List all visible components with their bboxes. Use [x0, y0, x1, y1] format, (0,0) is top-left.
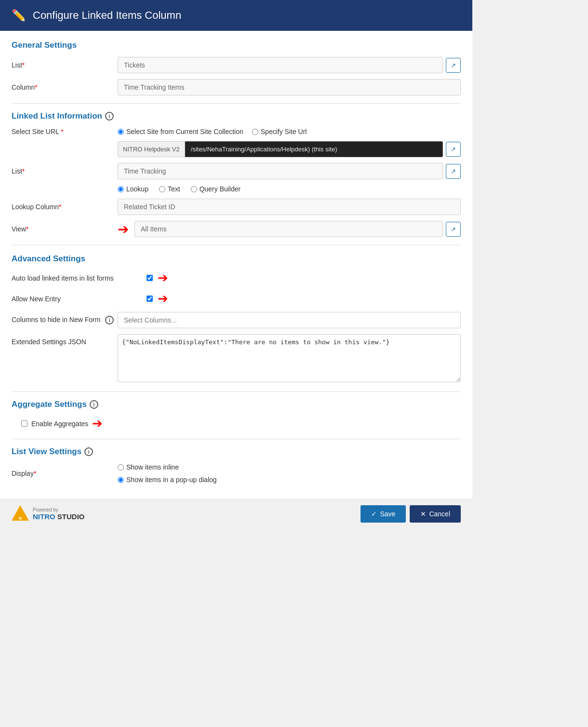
checkmark-icon: ✓ [371, 510, 377, 518]
radio-inline[interactable]: Show items inline [118, 463, 179, 471]
extended-settings-control: {"NoLinkedItemsDisplayText":"There are n… [118, 334, 461, 384]
list-view-info-icon: i [84, 447, 93, 456]
linked-list-info-icon: i [105, 112, 114, 121]
radio-lookup[interactable]: Lookup [118, 185, 148, 193]
radio-current-site[interactable]: Select Site from Current Site Collection [118, 128, 243, 135]
column-control: Time Tracking Items [118, 79, 461, 95]
allow-new-entry-area: ➔ [147, 291, 172, 306]
enable-aggregates-checkbox[interactable] [21, 420, 27, 427]
columns-hide-input[interactable] [118, 312, 461, 328]
extended-settings-label: Extended Settings JSON [12, 334, 118, 346]
radio-popup-input[interactable] [118, 477, 124, 483]
list-view-settings-title: List View Settings [12, 447, 81, 457]
linked-list-row: List* Time Tracking ↗ [12, 163, 461, 179]
nitro-brand-suffix: STUDIO [55, 512, 85, 521]
linked-list-control: Time Tracking ↗ [118, 163, 461, 179]
footer-buttons: ✓ Save ✕ Cancel [361, 505, 461, 523]
radio-specify-url[interactable]: Specify Site Url [252, 128, 307, 135]
divider-1 [12, 103, 461, 104]
radio-current-site-input[interactable] [118, 129, 124, 135]
site-name-label: NITRO Helpdesk V2 [118, 141, 185, 157]
list-select-wrapper: Tickets ↗ [118, 57, 461, 73]
column-select[interactable]: Time Tracking Items [118, 79, 461, 95]
aggregate-settings-title: Aggregate Settings [12, 400, 87, 409]
divider-3 [12, 391, 461, 392]
select-site-url-row: Select Site URL * Select Site from Curre… [12, 128, 461, 135]
linked-list-select-wrapper: Time Tracking ↗ [118, 163, 461, 179]
site-select-wrapper: NITRO Helpdesk V2 /sites/NehaTraining/Ap… [118, 141, 461, 157]
nitro-triangle-text: N [19, 516, 22, 521]
radio-lookup-input[interactable] [118, 186, 124, 192]
columns-hide-label: Columns to hide in New Form i [12, 316, 118, 324]
pencil-icon: ✏️ [12, 9, 26, 22]
divider-2 [12, 245, 461, 245]
linked-list-label: List* [12, 167, 118, 175]
extended-settings-row: Extended Settings JSON {"NoLinkedItemsDi… [12, 334, 461, 384]
radio-specify-url-input[interactable] [252, 129, 258, 135]
auto-load-arrow: ➔ [158, 270, 168, 285]
nitro-text-block: Powered by NITRO STUDIO [33, 507, 85, 521]
radio-query-builder-input[interactable] [191, 186, 197, 192]
enable-aggregates-row: Enable Aggregates ➔ [12, 416, 461, 431]
general-settings-title: General Settings [12, 40, 461, 50]
column-row: Column* Time Tracking Items [12, 79, 461, 95]
list-label: List* [12, 61, 118, 69]
lookup-radio-row: Lookup Text Query Builder [118, 185, 461, 193]
columns-hide-info-icon: i [105, 316, 114, 324]
site-url-radio-group: Select Site from Current Site Collection… [118, 128, 461, 135]
allow-new-entry-label: Allow New Entry [12, 295, 147, 303]
list-select[interactable]: Tickets [118, 57, 443, 73]
radio-inline-input[interactable] [118, 464, 124, 471]
view-row-wrapper: View* ➔ All Items ↗ [12, 221, 461, 237]
view-label: View* [12, 225, 118, 233]
aggregate-info-icon: i [90, 400, 98, 409]
radio-query-builder[interactable]: Query Builder [191, 185, 241, 193]
enable-aggregates-label: Enable Aggregates [31, 420, 88, 428]
lookup-column-control: Related Ticket ID [118, 199, 461, 215]
main-content: General Settings List* Tickets ↗ Column* [0, 31, 472, 499]
lookup-column-select-wrapper: Related Ticket ID [118, 199, 461, 215]
allow-new-entry-row: Allow New Entry ➔ [12, 291, 461, 306]
allow-new-entry-arrow: ➔ [158, 291, 168, 306]
footer: N Powered by NITRO STUDIO ✓ Save ✕ Cance… [0, 499, 472, 528]
display-control: Show items inline Show items in a pop-up… [118, 463, 461, 484]
site-url-select[interactable]: /sites/NehaTraining/Applications/Helpdes… [185, 141, 443, 157]
nitro-logo: N [12, 505, 29, 523]
list-row: List* Tickets ↗ [12, 57, 461, 73]
site-url-radios: Select Site from Current Site Collection… [118, 128, 461, 135]
select-site-url-label: Select Site URL * [12, 128, 118, 135]
radio-text[interactable]: Text [159, 185, 180, 193]
divider-4 [12, 439, 461, 439]
auto-load-area: ➔ [147, 270, 172, 285]
advanced-settings-title: Advanced Settings [12, 254, 461, 264]
linked-list-select[interactable]: Time Tracking [118, 163, 443, 179]
view-select[interactable]: All Items [134, 221, 443, 237]
linked-list-external-link[interactable]: ↗ [446, 164, 461, 179]
cancel-button[interactable]: ✕ Cancel [410, 505, 461, 523]
view-external-link[interactable]: ↗ [446, 222, 461, 237]
columns-hide-row: Columns to hide in New Form i [12, 312, 461, 328]
lookup-column-row: Lookup Column* Related Ticket ID [12, 199, 461, 215]
display-radios: Show items inline Show items in a pop-up… [118, 463, 461, 484]
site-dropdown-control: NITRO Helpdesk V2 /sites/NehaTraining/Ap… [118, 141, 461, 157]
save-button[interactable]: ✓ Save [361, 505, 406, 523]
radio-text-input[interactable] [159, 186, 165, 192]
page-header: ✏️ Configure Linked Items Column [0, 0, 472, 31]
lookup-column-select[interactable]: Related Ticket ID [118, 199, 461, 215]
lookup-column-label: Lookup Column* [12, 203, 118, 211]
auto-load-row: Auto load linked items in list forms ➔ [12, 270, 461, 285]
linked-list-title: Linked List Information [12, 111, 102, 121]
page-title: Configure Linked Items Column [33, 9, 181, 22]
columns-hide-control [118, 312, 461, 328]
enable-aggregates-area: Enable Aggregates ➔ [21, 416, 107, 431]
auto-load-checkbox[interactable] [147, 275, 153, 281]
display-label: Display* [12, 470, 118, 477]
extended-settings-textarea[interactable]: {"NoLinkedItemsDisplayText":"There are n… [118, 334, 461, 382]
radio-popup[interactable]: Show items in a pop-up dialog [118, 476, 217, 484]
enable-aggregates-arrow: ➔ [92, 416, 103, 431]
list-external-link[interactable]: ↗ [446, 58, 461, 73]
auto-load-label: Auto load linked items in list forms [12, 274, 147, 282]
allow-new-entry-checkbox[interactable] [147, 296, 153, 302]
nitro-brand-name: NITRO [33, 512, 55, 521]
site-external-link[interactable]: ↗ [446, 142, 461, 157]
